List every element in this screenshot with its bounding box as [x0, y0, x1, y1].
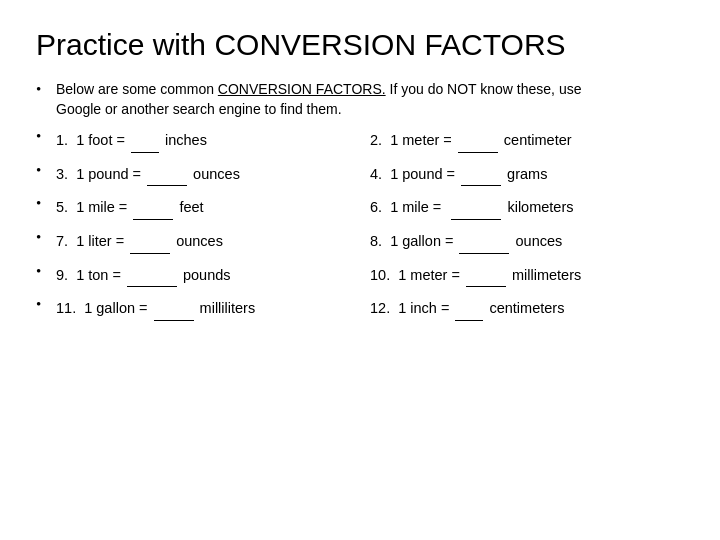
problem-12-right: 12. 1 inch = centimeters	[370, 295, 684, 321]
p2-blank	[458, 127, 498, 153]
problems-content-1: 1. 1 foot = inches 2. 1 meter = centimet…	[56, 127, 684, 153]
intro-line2: Google or another search engine to find …	[56, 101, 342, 117]
problem-4-right: 4. 1 pound = grams	[370, 161, 684, 187]
p3-num: 3. 1 pound =	[56, 166, 145, 182]
intro-line1-pre: Below are some common	[56, 81, 218, 97]
p3-blank	[147, 161, 187, 187]
p4-blank	[461, 161, 501, 187]
p9-num: 9. 1 ton =	[56, 267, 125, 283]
p6-unit: kilometers	[503, 199, 573, 215]
bullet-1: •	[36, 127, 56, 145]
p6-num: 6. 1 mile =	[370, 199, 449, 215]
p4-unit: grams	[503, 166, 547, 182]
problem-2-right: 2. 1 meter = centimeter	[370, 127, 684, 153]
bullet-4: •	[36, 228, 56, 246]
bullet-3: •	[36, 194, 56, 212]
problem-row-4: • 7. 1 liter = ounces 8. 1 gallon = ounc…	[36, 228, 684, 254]
p1-num: 1. 1 foot =	[56, 132, 129, 148]
problem-8-right: 8. 1 gallon = ounces	[370, 228, 684, 254]
problem-5-left: 5. 1 mile = feet	[56, 194, 370, 220]
page: Practice with CONVERSION FACTORS • Below…	[0, 0, 720, 349]
p5-unit: feet	[175, 199, 203, 215]
p9-blank	[127, 262, 177, 288]
p10-blank	[466, 262, 506, 288]
p12-blank	[455, 295, 483, 321]
problem-9-left: 9. 1 ton = pounds	[56, 262, 370, 288]
p5-blank	[133, 194, 173, 220]
p11-blank	[154, 295, 194, 321]
problem-6-right: 6. 1 mile = kilometers	[370, 194, 684, 220]
problems-content-2: 3. 1 pound = ounces 4. 1 pound = grams	[56, 161, 684, 187]
bullet-6: •	[36, 295, 56, 313]
problems-content-4: 7. 1 liter = ounces 8. 1 gallon = ounces	[56, 228, 684, 254]
p5-num: 5. 1 mile =	[56, 199, 131, 215]
intro-line1-underline: CONVERSION FACTORS.	[218, 81, 386, 97]
bullet-5: •	[36, 262, 56, 280]
p7-blank	[130, 228, 170, 254]
problems-content-3: 5. 1 mile = feet 6. 1 mile = kilometers	[56, 194, 684, 220]
p8-blank	[459, 228, 509, 254]
p3-unit: ounces	[189, 166, 240, 182]
p7-num: 7. 1 liter =	[56, 233, 128, 249]
problem-3-left: 3. 1 pound = ounces	[56, 161, 370, 187]
problem-row-2: • 3. 1 pound = ounces 4. 1 pound = grams	[36, 161, 684, 187]
intro-content: Below are some common CONVERSION FACTORS…	[56, 80, 684, 119]
p2-unit: centimeter	[500, 132, 572, 148]
intro-bullet: •	[36, 80, 56, 98]
p10-unit: millimeters	[508, 267, 581, 283]
problem-11-left: 11. 1 gallon = milliliters	[56, 295, 370, 321]
p9-unit: pounds	[179, 267, 231, 283]
p12-num: 12. 1 inch =	[370, 300, 453, 316]
problem-row-1: • 1. 1 foot = inches 2. 1 meter = centim…	[36, 127, 684, 153]
p2-num: 2. 1 meter =	[370, 132, 456, 148]
p1-blank	[131, 127, 159, 153]
p11-unit: milliliters	[196, 300, 256, 316]
p7-unit: ounces	[172, 233, 223, 249]
problem-row-3: • 5. 1 mile = feet 6. 1 mile = kilometer…	[36, 194, 684, 220]
p8-unit: ounces	[511, 233, 562, 249]
p10-num: 10. 1 meter =	[370, 267, 464, 283]
problem-row-6: • 11. 1 gallon = milliliters 12. 1 inch …	[36, 295, 684, 321]
p12-unit: centimeters	[485, 300, 564, 316]
problem-10-right: 10. 1 meter = millimeters	[370, 262, 684, 288]
page-title: Practice with CONVERSION FACTORS	[36, 28, 684, 62]
problems-content-6: 11. 1 gallon = milliliters 12. 1 inch = …	[56, 295, 684, 321]
intro-line1-post: If you do NOT know these, use	[386, 81, 582, 97]
p6-blank	[451, 194, 501, 220]
problem-1-left: 1. 1 foot = inches	[56, 127, 370, 153]
p4-num: 4. 1 pound =	[370, 166, 459, 182]
problem-row-5: • 9. 1 ton = pounds 10. 1 meter = millim…	[36, 262, 684, 288]
p1-unit: inches	[161, 132, 207, 148]
problems-content-5: 9. 1 ton = pounds 10. 1 meter = millimet…	[56, 262, 684, 288]
p8-num: 8. 1 gallon =	[370, 233, 457, 249]
problem-7-left: 7. 1 liter = ounces	[56, 228, 370, 254]
p11-num: 11. 1 gallon =	[56, 300, 152, 316]
bullet-2: •	[36, 161, 56, 179]
intro-section: • Below are some common CONVERSION FACTO…	[36, 80, 684, 119]
